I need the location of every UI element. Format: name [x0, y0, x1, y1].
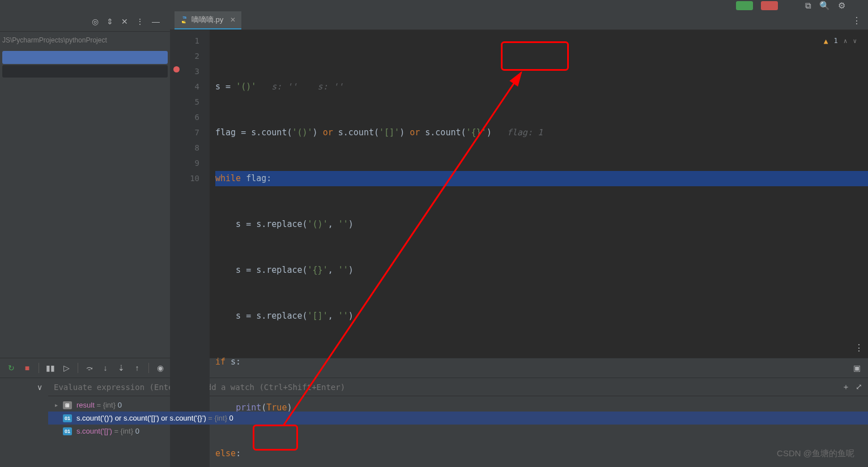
step-into-my-icon[interactable]: ⇣	[116, 362, 127, 374]
stop-pill-icon[interactable]	[761, 1, 778, 10]
breakpoint-icon[interactable]	[173, 66, 180, 72]
editor-more-icon[interactable]: ⋮	[854, 342, 863, 353]
editor: 嘀嘀嘀.py ✕ ⋮ 1 2 3 4 5 6 7 8 9 10 ▲1	[170, 11, 868, 358]
tab-more-icon[interactable]: ⋮	[852, 15, 861, 26]
breadcrumb: JS\PycharmProjects\pythonProject	[0, 32, 170, 49]
search-icon[interactable]: 🔍	[819, 1, 830, 11]
warning-count: 1	[834, 33, 838, 49]
minimize-icon[interactable]: —	[152, 17, 160, 26]
watch-row[interactable]: 01 s.count('[]') = {int} 0	[48, 425, 868, 438]
tab-bar: 嘀嘀嘀.py ✕ ⋮	[170, 11, 868, 30]
project-panel: ◎ ⇕ ✕ ⋮ — JS\PycharmProjects\pythonProje…	[0, 11, 170, 358]
int-icon: 01	[63, 427, 72, 435]
chevron-down-icon[interactable]: ∨	[853, 33, 857, 49]
list-item[interactable]	[2, 65, 168, 78]
watch-row-selected[interactable]: 01 s.count('()') or s.count('[]') or s.c…	[48, 412, 868, 425]
target-icon[interactable]: ◎	[92, 17, 99, 26]
table-icon: ⊞	[63, 401, 72, 409]
title-bar-actions: ⧉ 🔍 ⚙	[0, 0, 868, 11]
close-panel-icon[interactable]: ✕	[121, 17, 128, 26]
warning-icon: ▲	[824, 33, 828, 49]
rerun-icon[interactable]: ↻	[6, 362, 17, 374]
project-panel-header: ◎ ⇕ ✕ ⋮ —	[0, 11, 170, 32]
resume-icon[interactable]: ▷	[61, 362, 72, 374]
int-icon: 01	[63, 414, 72, 422]
watches-list: ▸ ⊞ result = {int} 0 01 s.count('()') or…	[48, 396, 868, 440]
step-over-icon[interactable]: ⤼	[84, 362, 95, 374]
add-icon[interactable]: ⧉	[805, 1, 811, 11]
chevron-up-icon[interactable]: ∧	[844, 33, 848, 49]
tab-file[interactable]: 嘀嘀嘀.py ✕	[175, 11, 241, 29]
stop-icon[interactable]: ■	[22, 362, 33, 374]
step-out-icon[interactable]: ↑	[131, 362, 143, 374]
watch-row[interactable]: ▸ ⊞ result = {int} 0	[48, 399, 868, 412]
more-icon[interactable]: ⋮	[136, 17, 144, 26]
inspections-widget[interactable]: ▲1 ∧ ∨	[824, 33, 857, 49]
view-breakpoints-icon[interactable]: ◉	[155, 362, 166, 374]
tab-label: 嘀嘀嘀.py	[192, 15, 223, 25]
pause-icon[interactable]: ▮▮	[45, 362, 56, 374]
settings-icon[interactable]: ⚙	[838, 1, 845, 11]
collapse-icon[interactable]: ∨	[37, 383, 42, 462]
expand-icon[interactable]: ⇕	[107, 17, 113, 26]
close-icon[interactable]: ✕	[230, 16, 236, 24]
tree-expand-icon[interactable]: ▸	[55, 402, 58, 408]
step-into-icon[interactable]: ↓	[100, 362, 111, 374]
watermark: CSDN @鱼塘的鱼呢	[777, 448, 854, 459]
run-pill-icon[interactable]	[736, 1, 753, 10]
file-item-selected[interactable]	[2, 51, 168, 64]
python-icon	[180, 16, 188, 24]
